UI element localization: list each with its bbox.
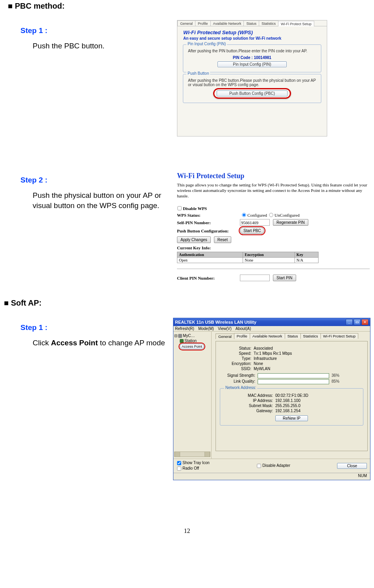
apply-changes-button[interactable]: Apply Changes — [177, 236, 211, 243]
tree-station[interactable]: Station — [174, 338, 210, 343]
ssid-value: MyWLAN — [254, 367, 270, 371]
push-button-config-button[interactable]: Push Button Config (PBC) — [217, 90, 287, 96]
menu-refresh[interactable]: Refresh(R) — [175, 326, 194, 331]
pbc-step1-body: Push the PBC button. — [33, 41, 170, 51]
tree-pane: ⊟ MyC… Station Access Point — [173, 332, 212, 459]
start-pbc-button[interactable]: Start PBC — [240, 227, 264, 234]
util-tab-profile[interactable]: Profile — [234, 333, 250, 339]
pbc-group-legend: Push Button — [186, 71, 210, 76]
current-key-info-table: Authentication Encryption Key Open None … — [177, 252, 319, 263]
show-tray-icon-option[interactable]: Show Tray Icon — [177, 461, 210, 466]
wlan-title-text: REALTEK 11n USB Wireless LAN Utility — [175, 320, 256, 324]
softap-step1-body: Click Access Point to change AP mode — [33, 338, 170, 348]
pin-input-group: Pin Input Config (PIN) After pushing the… — [183, 44, 321, 72]
tab-wifi-protect-setup[interactable]: Wi-Fi Protect Setup — [278, 21, 314, 26]
util-tab-statistics[interactable]: Statistics — [300, 333, 321, 339]
pin-group-legend: Pin Input Config (PIN) — [186, 42, 227, 46]
ip-key: IP Address: — [222, 398, 275, 403]
disable-adapter-option[interactable]: Disable Adapter — [256, 463, 290, 468]
pbc-step2-body: Push the physical button on your AP or v… — [33, 190, 170, 210]
close-window-button[interactable]: × — [361, 319, 368, 325]
speed-key: Speed: — [220, 351, 254, 356]
maximize-button[interactable]: ▭ — [354, 319, 361, 325]
wps-tabs: General Profile Available Network Status… — [177, 20, 327, 26]
access-point-menu-item[interactable]: Access Point — [180, 344, 204, 349]
wps-status-label: WPS Status: — [177, 213, 240, 218]
ip-value: 192.168.1.100 — [275, 398, 300, 403]
cki-cell-auth: Open — [177, 258, 243, 263]
ap-wps-config-page: Wi-Fi Protected Setup This page allows y… — [177, 172, 370, 281]
wlan-menubar: Refresh(R) Mode(M) View(V) About(A) — [173, 326, 370, 332]
link-quality-bar — [258, 379, 329, 384]
cki-header-enc: Encryption — [243, 252, 295, 258]
signal-strength-bar — [258, 373, 329, 378]
tab-available-network[interactable]: Available Network — [210, 20, 244, 26]
cki-header-auth: Authentication — [177, 252, 243, 258]
menu-view[interactable]: View(V) — [218, 326, 232, 331]
self-pin-label: Self-PIN Number: — [177, 220, 240, 225]
type-value: Infrastructure — [254, 356, 277, 361]
tab-statistics[interactable]: Statistics — [259, 20, 278, 26]
util-bottom-bar: Show Tray Icon Radio Off Disable Adapter… — [173, 459, 370, 473]
reset-button[interactable]: Reset — [214, 236, 231, 243]
menu-about[interactable]: About(A) — [236, 326, 251, 331]
ap-wps-title: Wi-Fi Protected Setup — [177, 172, 370, 180]
util-tab-general[interactable]: General — [216, 334, 234, 339]
radio-off-checkbox[interactable] — [177, 467, 181, 471]
self-pin-input[interactable] — [240, 219, 270, 226]
disable-wps-label: Disable WPS — [183, 206, 207, 211]
util-tab-available-network[interactable]: Available Network — [250, 333, 285, 339]
mac-key: MAC Address: — [222, 393, 275, 398]
wps-dialog-title: Wi-Fi Protected Setup (WPS) — [177, 26, 327, 36]
menu-mode[interactable]: Mode(M) — [198, 326, 214, 331]
pbc-group-text: After pushing the PBC button.Please push… — [186, 78, 319, 87]
ssid-key: SSID: — [220, 367, 254, 371]
tab-profile[interactable]: Profile — [195, 20, 211, 26]
network-address-group: Network Address: MAC Address:00:02:72:F1… — [220, 388, 363, 426]
pbc-highlight-ring: Push Button Config (PBC) — [213, 88, 291, 99]
show-tray-icon-checkbox[interactable] — [177, 461, 181, 465]
cki-header-key: Key — [295, 252, 318, 258]
encryption-key: Encryption: — [220, 361, 254, 366]
start-pin-button[interactable]: Start PIN — [273, 275, 296, 281]
softap-step1-label: Step 1 : — [20, 323, 173, 332]
link-quality-pct: 85% — [332, 379, 339, 384]
signal-strength-key: Signal Strength: — [220, 373, 258, 378]
pin-input-config-button[interactable]: Pin Input Config (PIN) — [217, 61, 287, 67]
type-key: Type: — [220, 356, 254, 361]
client-pin-input[interactable] — [240, 275, 270, 281]
current-key-info-label: Current Key Info: — [177, 245, 240, 250]
speed-value: Tx:1 Mbps Rx:1 Mbps — [254, 351, 292, 356]
adapter-icon — [180, 339, 184, 343]
renew-ip-button[interactable]: ReNew IP — [275, 415, 308, 421]
minimize-button[interactable]: _ — [346, 319, 353, 325]
link-quality-key: Link Quality: — [220, 379, 258, 384]
gateway-key: Gateway: — [222, 409, 275, 413]
pbc-step1-label: Step 1 : — [20, 26, 177, 35]
status-value: Associated — [254, 346, 273, 350]
mask-value: 255.255.255.0 — [275, 404, 300, 408]
disable-wps-checkbox[interactable] — [177, 206, 181, 210]
status-key: Status: — [220, 346, 254, 350]
radio-off-option[interactable]: Radio Off — [177, 466, 210, 471]
tab-general[interactable]: General — [177, 20, 195, 26]
push-button-group: Push Button After pushing the PBC button… — [183, 74, 321, 103]
encryption-value: None — [254, 361, 263, 366]
close-button[interactable]: Close — [337, 463, 367, 469]
status-bar: NUM — [173, 473, 370, 480]
util-tab-status[interactable]: Status — [285, 333, 301, 339]
util-tab-wps[interactable]: Wi-Fi Protect Setup — [321, 333, 358, 339]
wps-status-unconfigured-radio[interactable] — [269, 213, 273, 217]
wlan-utility-window: REALTEK 11n USB Wireless LAN Utility _ ▭… — [173, 318, 370, 480]
util-tabs: General Profile Available Network Status… — [216, 333, 368, 339]
tree-root[interactable]: ⊟ MyC… — [174, 333, 210, 338]
tab-status[interactable]: Status — [243, 20, 259, 26]
cki-cell-enc: None — [243, 258, 295, 263]
disable-adapter-checkbox[interactable] — [257, 464, 261, 468]
tree-scrollbar[interactable] — [174, 452, 210, 457]
wps-status-unconfigured-text: UnConfigured — [275, 213, 300, 218]
regenerate-pin-button[interactable]: Regenerate PIN — [273, 219, 308, 226]
wps-status-configured-radio[interactable] — [242, 213, 246, 217]
wps-status-configured-text: Configured — [247, 213, 267, 218]
network-address-legend: Network Address: — [224, 385, 257, 390]
